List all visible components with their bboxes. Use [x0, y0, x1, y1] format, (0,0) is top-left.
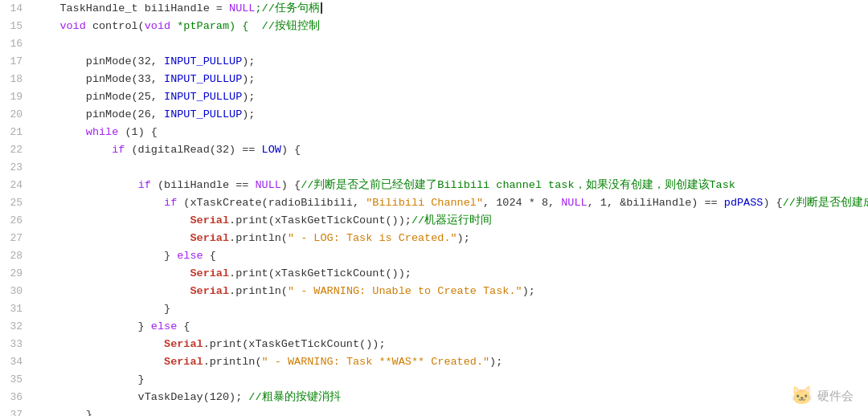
table-row: 14 TaskHandle_t biliHandle = NULL;//任务句柄 [0, 0, 868, 18]
line-code: if (biliHandle == NULL) {//判断是否之前已经创建了Bi… [31, 177, 868, 194]
line-number: 26 [0, 212, 31, 230]
table-row: 20 pinMode(26, INPUT_PULLUP); [0, 106, 868, 124]
table-row: 31 } [0, 300, 868, 318]
line-code: Serial.println(" - WARNING: Unable to Cr… [31, 283, 868, 300]
line-number: 28 [0, 247, 31, 265]
table-row: 25 if (xTaskCreate(radioBilibili, "Bilib… [0, 194, 868, 212]
line-code: TaskHandle_t biliHandle = NULL;//任务句柄 [31, 0, 868, 18]
line-code [31, 35, 868, 53]
line-code: pinMode(33, INPUT_PULLUP); [31, 71, 868, 88]
line-number: 34 [0, 353, 31, 371]
line-code: pinMode(25, INPUT_PULLUP); [31, 88, 868, 106]
watermark-text: 硬件会 [817, 389, 854, 404]
line-code: } [31, 300, 868, 318]
line-code: void control(void *ptParam) { //按钮控制 [31, 18, 868, 35]
table-row: 28 } else { [0, 247, 868, 265]
line-number: 20 [0, 106, 31, 124]
line-number: 21 [0, 124, 31, 141]
table-row: 32 } else { [0, 318, 868, 336]
line-number: 14 [0, 0, 31, 18]
line-code: } [31, 371, 868, 389]
table-row: 34 Serial.println(" - WARNING: Task **WA… [0, 353, 868, 371]
line-number: 22 [0, 141, 31, 159]
line-code: pinMode(32, INPUT_PULLUP); [31, 53, 868, 71]
line-number: 33 [0, 336, 31, 353]
code-editor: 14 TaskHandle_t biliHandle = NULL;//任务句柄… [0, 0, 868, 416]
line-number: 31 [0, 300, 31, 318]
table-row: 16 [0, 35, 868, 53]
table-row: 24 if (biliHandle == NULL) {//判断是否之前已经创建… [0, 177, 868, 194]
table-row: 29 Serial.print(xTaskGetTickCount()); [0, 265, 868, 283]
code-table: 14 TaskHandle_t biliHandle = NULL;//任务句柄… [0, 0, 868, 416]
line-number: 30 [0, 283, 31, 300]
line-code: } [31, 406, 868, 416]
table-row: 36 vTaskDelay(120); //粗暴的按键消抖 [0, 389, 868, 406]
table-row: 18 pinMode(33, INPUT_PULLUP); [0, 71, 868, 88]
line-number: 32 [0, 318, 31, 336]
table-row: 22 if (digitalRead(32) == LOW) { [0, 141, 868, 159]
table-row: 15 void control(void *ptParam) { //按钮控制 [0, 18, 868, 35]
table-row: 17 pinMode(32, INPUT_PULLUP); [0, 53, 868, 71]
table-row: 23 [0, 159, 868, 177]
table-row: 37 } [0, 406, 868, 416]
line-number: 35 [0, 371, 31, 389]
line-number: 15 [0, 18, 31, 35]
line-code: if (xTaskCreate(radioBilibili, "Bilibili… [31, 194, 868, 212]
line-number: 23 [0, 159, 31, 177]
line-code: vTaskDelay(120); //粗暴的按键消抖 [31, 389, 868, 406]
line-number: 25 [0, 194, 31, 212]
line-code: Serial.print(xTaskGetTickCount());//机器运行… [31, 212, 868, 230]
line-code: while (1) { [31, 124, 868, 141]
table-row: 35 } [0, 371, 868, 389]
line-code: Serial.print(xTaskGetTickCount()); [31, 336, 868, 353]
line-number: 29 [0, 265, 31, 283]
table-row: 30 Serial.println(" - WARNING: Unable to… [0, 283, 868, 300]
line-number: 19 [0, 88, 31, 106]
line-code: Serial.print(xTaskGetTickCount()); [31, 265, 868, 283]
line-number: 24 [0, 177, 31, 194]
table-row: 26 Serial.print(xTaskGetTickCount());//机… [0, 212, 868, 230]
table-row: 27 Serial.println(" - LOG: Task is Creat… [0, 230, 868, 247]
line-number: 36 [0, 389, 31, 406]
line-number: 18 [0, 71, 31, 88]
line-number: 16 [0, 35, 31, 53]
line-code: } else { [31, 247, 868, 265]
line-number: 37 [0, 406, 31, 416]
line-code: pinMode(26, INPUT_PULLUP); [31, 106, 868, 124]
table-row: 19 pinMode(25, INPUT_PULLUP); [0, 88, 868, 106]
watermark: 🐱 硬件会 [791, 385, 854, 406]
table-row: 21 while (1) { [0, 124, 868, 141]
line-code: if (digitalRead(32) == LOW) { [31, 141, 868, 159]
table-row: 33 Serial.print(xTaskGetTickCount()); [0, 336, 868, 353]
line-code: Serial.println(" - LOG: Task is Created.… [31, 230, 868, 247]
line-number: 17 [0, 53, 31, 71]
line-code: } else { [31, 318, 868, 336]
line-code: Serial.println(" - WARNING: Task **WAS**… [31, 353, 868, 371]
line-number: 27 [0, 230, 31, 247]
line-code [31, 159, 868, 177]
